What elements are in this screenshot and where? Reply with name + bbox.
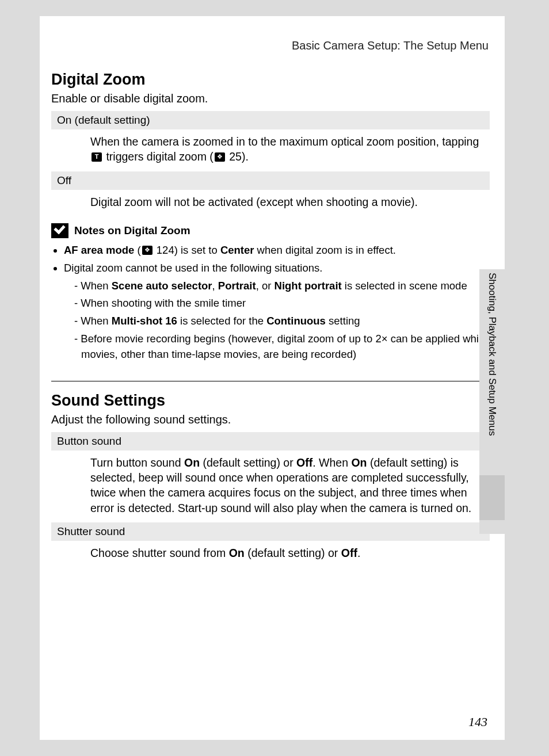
- text: (default setting) or: [245, 547, 341, 559]
- option-body-shutter-sound: Choose shutter sound from On (default se…: [51, 541, 490, 566]
- page-header: Basic Camera Setup: The Setup Menu: [51, 39, 490, 52]
- section-intro: Adjust the following sound settings.: [51, 413, 490, 426]
- text: , or: [256, 280, 274, 292]
- option-header-off: Off: [51, 171, 490, 190]
- option-body-button-sound: Turn button sound On (default setting) o…: [51, 450, 490, 521]
- section-heading-sound-settings: Sound Settings: [51, 392, 490, 410]
- text-bold: Multi-shot 16: [112, 315, 177, 327]
- option-header-button-sound: Button sound: [51, 432, 490, 450]
- text: is selected for the: [177, 315, 266, 327]
- text-bold: Night portrait: [274, 280, 342, 292]
- side-tab-label: Shooting, Playback and Setup Menus: [486, 273, 498, 436]
- sub-list: When Scene auto selector, Portrait, or N…: [64, 278, 490, 362]
- notes-header: Notes on Digital Zoom: [51, 223, 490, 238]
- text-bold: Continuous: [266, 315, 326, 327]
- section-heading-digital-zoom: Digital Zoom: [51, 71, 490, 89]
- text: Turn button sound: [90, 456, 184, 469]
- option-body-off: Digital zoom will not be activated (exce…: [51, 190, 490, 215]
- page-ref-icon: [142, 246, 152, 255]
- text-bold: On: [351, 456, 367, 469]
- text: .: [357, 547, 360, 559]
- section-intro: Enable or disable digital zoom.: [51, 92, 490, 105]
- text: ,: [212, 280, 218, 292]
- note-item: Digital zoom cannot be used in the follo…: [64, 261, 490, 362]
- text: When: [81, 280, 111, 292]
- text-bold: Center: [220, 244, 254, 256]
- text: (: [134, 244, 140, 256]
- option-header-on: On (default setting): [51, 111, 490, 129]
- page-ref-icon: [215, 152, 225, 162]
- text: When shooting with the smile timer: [81, 297, 246, 309]
- text: 124) is set to: [154, 244, 220, 256]
- page-number: 143: [468, 715, 487, 730]
- sub-item: Before movie recording begins (however, …: [74, 331, 490, 362]
- option-body-on: When the camera is zoomed in to the maxi…: [51, 129, 490, 170]
- text: 25).: [226, 150, 249, 163]
- section-divider: [51, 381, 490, 381]
- text-bold: AF area mode: [64, 244, 134, 256]
- text-bold: Off: [341, 547, 357, 559]
- option-header-shutter-sound: Shutter sound: [51, 522, 490, 541]
- text: When the camera is zoomed in to the maxi…: [90, 135, 479, 148]
- text: (default setting) or: [200, 456, 296, 469]
- text: is selected in scene mode: [342, 280, 467, 292]
- text-bold: On: [184, 456, 200, 469]
- text: Digital zoom cannot be used in the follo…: [64, 262, 322, 274]
- page: Basic Camera Setup: The Setup Menu Digit…: [40, 16, 505, 740]
- text: Before movie recording begins (however, …: [81, 333, 487, 360]
- text: When: [81, 315, 111, 327]
- text: setting: [326, 315, 360, 327]
- text: triggers digital zoom (: [103, 150, 214, 163]
- sub-item: When shooting with the smile timer: [74, 296, 490, 311]
- telephoto-icon: [92, 152, 102, 162]
- text-bold: Off: [296, 456, 312, 469]
- sub-item: When Scene auto selector, Portrait, or N…: [74, 278, 490, 294]
- notes-list: AF area mode ( 124) is set to Center whe…: [51, 243, 490, 362]
- sub-item: When Multi-shot 16 is selected for the C…: [74, 314, 490, 329]
- text: Choose shutter sound from: [90, 547, 229, 559]
- check-icon: [51, 223, 68, 238]
- text: . When: [312, 456, 351, 469]
- text-bold: Portrait: [218, 280, 256, 292]
- text: when digital zoom is in effect.: [254, 244, 395, 256]
- note-item: AF area mode ( 124) is set to Center whe…: [64, 243, 490, 258]
- text-bold: On: [229, 547, 245, 559]
- notes-title: Notes on Digital Zoom: [74, 224, 190, 237]
- side-tab-thumb: [479, 475, 505, 520]
- text-bold: Scene auto selector: [112, 280, 212, 292]
